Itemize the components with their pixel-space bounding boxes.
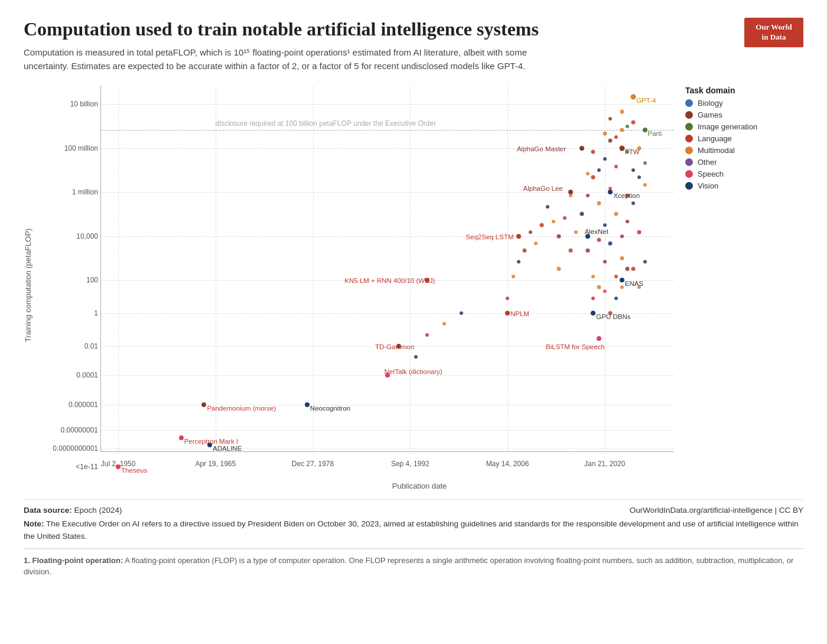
data-point-label: AlphaGo Master [517,145,566,152]
scatter-dot [631,201,635,205]
grid-line-horizontal [101,280,673,281]
scatter-dot [620,128,624,132]
y-tick-label: 1 [94,309,98,317]
grid-line-horizontal [101,346,673,347]
scatter-dot [626,267,630,271]
legend-color-dot [685,182,693,190]
scatter-dot [568,249,572,253]
legend-item-label: Image generation [698,122,757,131]
scatter-dot [563,216,566,220]
data-point-nplm [505,311,510,316]
legend-item: Vision [685,181,803,190]
y-tick-label: 0.000001 [69,401,98,409]
scatter-dot [603,157,607,161]
scatter-dot [597,285,601,290]
scatter-dot [506,297,509,300]
scatter-dot [591,275,595,278]
scatter-dot [626,125,629,128]
data-point-label: KN5 LM + RNN 400/10 (WSJ) [344,277,435,284]
data-point-label: GPT-4 [636,97,656,104]
legend-item: Multimodal [685,146,803,155]
executive-order-line [101,130,673,131]
y-tick-label: 100 million [64,144,98,152]
scatter-dot [586,194,590,197]
data-point-ftw [619,145,624,151]
scatter-dot [586,172,590,175]
scatter-dot [552,220,555,223]
legend-color-dot [685,111,693,119]
data-source-row: Data source: Epoch (2024) OurWorldInData… [24,506,803,515]
data-point-nettalk-(dictionary) [385,373,390,378]
legend-item-label: Speech [698,170,724,178]
scatter-dot [614,212,618,216]
grid-line-horizontal [101,148,673,149]
scatter-dot [603,260,607,264]
scatter-dot [620,285,624,289]
data-point-alphago-lee [568,190,573,194]
owid-logo: Our World in Data [744,18,803,47]
scatter-dot [425,333,429,337]
scatter-dot [620,109,624,113]
page-title: Computation used to train notable artifi… [24,18,744,40]
scatter-dot [603,290,607,293]
legend-item-label: Games [698,110,722,119]
data-point-xception [608,190,613,194]
scatter-dot [597,238,601,242]
legend-color-dot [685,170,693,178]
scatter-dot [529,230,532,234]
scatter-dot [569,194,572,197]
scatter-dot [414,355,418,359]
grid-line-vertical [410,86,411,451]
legend-item: Biology [685,99,803,108]
scatter-dot [591,297,595,300]
legend-color-dot [685,158,693,166]
legend-color-dot [685,123,693,131]
x-tick-label: Sep 4, 1992 [391,460,429,468]
x-tick-label: Jan 21, 2020 [584,460,625,468]
scatter-dot [608,311,613,315]
legend-title: Task domain [685,86,803,95]
scatter-dot [540,223,544,227]
legend-color-dot [685,135,693,142]
y-tick-label: <1e-11 [76,463,98,471]
data-point-label: Seq2Seq LSTM [465,233,513,240]
scatter-dot [574,230,578,234]
legend-item: Speech [685,170,803,178]
scatter-dot [637,175,641,179]
data-point-label: BiLSTM for Speech [546,343,605,350]
y-tick-label: 0.0001 [76,371,98,379]
grid-line-horizontal [101,405,673,405]
legend-item-label: Vision [698,181,718,190]
data-point-bilstm-for-speech [597,336,601,341]
scatter-dot [585,249,590,253]
y-tick-label: 10 billion [70,100,98,108]
data-source-value: Epoch (2024) [74,506,122,515]
chart-area: 10 billion100 million1 million10,0001001… [35,80,803,490]
data-point-label: NPLM [510,310,529,317]
note-text: Note: The Executive Order on AI refers t… [24,518,803,542]
scatter-dot [608,241,613,245]
scatter-dot [597,201,601,205]
legend-item-label: Biology [698,99,723,108]
data-point-theseus [116,464,121,469]
data-point-parti [643,128,647,132]
scatter-dot [546,205,549,209]
scatter-dot [579,212,584,216]
y-tick-label: 10,000 [76,232,98,240]
data-point-label: Parti [648,130,662,137]
scatter-dot [626,194,630,198]
scatter-dot [603,131,607,135]
legend-item: Language [685,134,803,143]
data-point-adaline [207,443,212,447]
footer-area: Data source: Epoch (2024) OurWorldInData… [24,499,803,578]
grid-line-horizontal [101,104,673,105]
data-point-label: Neocognitron [310,405,350,412]
header: Computation used to train notable artifi… [24,18,803,73]
y-tick-label: 100 [86,276,98,284]
scatter-dot [608,117,612,121]
attribution: OurWorldInData.org/artificial-intelligen… [630,506,803,515]
scatter-dot [631,168,635,172]
scatter-dot [626,220,629,223]
legend-item: Other [685,158,803,167]
legend-color-dot [685,99,693,107]
